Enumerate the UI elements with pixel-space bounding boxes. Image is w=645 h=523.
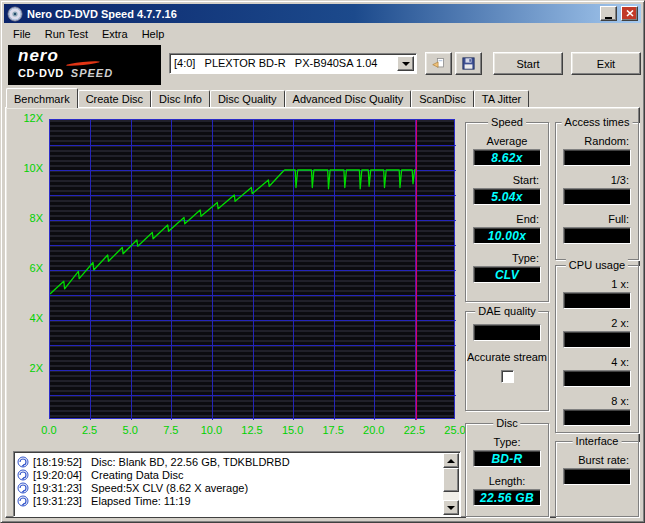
log-entry[interactable]: [18:19:52] Disc: Blank BD, 22.56 GB, TDK… bbox=[17, 455, 441, 468]
x-axis-tick: 2.5 bbox=[77, 424, 103, 436]
interface-panel-title: Interface bbox=[573, 435, 622, 447]
hand-disc-icon bbox=[432, 56, 445, 71]
y-axis-tick: 12X bbox=[13, 112, 43, 124]
chart-svg bbox=[50, 120, 456, 420]
save-icon bbox=[462, 56, 475, 71]
full-access-label: Full: bbox=[556, 213, 638, 227]
disc-length-display: 22.56 GB bbox=[473, 489, 541, 506]
arrow-down-icon bbox=[447, 506, 455, 510]
cpu-8x-label: 8 x: bbox=[556, 395, 638, 409]
logo-cddvd-text: CD·DVD bbox=[18, 67, 64, 79]
log-listbox[interactable]: [18:19:52] Disc: Blank BD, 22.56 GB, TDK… bbox=[13, 451, 461, 517]
y-axis-tick: 6X bbox=[13, 262, 43, 274]
save-button[interactable] bbox=[455, 52, 482, 75]
access-times-title: Access times bbox=[562, 116, 633, 128]
app-icon bbox=[7, 6, 23, 22]
x-axis-tick: 12.5 bbox=[239, 424, 265, 436]
x-axis-tick: 0.0 bbox=[36, 424, 62, 436]
disc-panel-title: Disc bbox=[493, 417, 520, 429]
log-entry[interactable]: [19:31:23] Elapsed Time: 11:19 bbox=[17, 494, 441, 507]
app-window: Nero CD-DVD Speed 4.7.7.16 File Run Test… bbox=[0, 0, 645, 523]
drive-selector[interactable]: [4:0] PLEXTOR BD-R PX-B940SA 1.04 bbox=[169, 53, 417, 74]
tab-strip: Benchmark Create Disc Disc Info Disc Qua… bbox=[6, 88, 529, 108]
chevron-down-icon bbox=[402, 62, 410, 66]
end-speed-display: 10.00x bbox=[473, 227, 541, 244]
cpu-usage-title: CPU usage bbox=[566, 259, 628, 271]
y-axis-tick: 4X bbox=[13, 312, 43, 324]
log-entry-icon bbox=[17, 482, 29, 494]
third-access-display bbox=[563, 188, 631, 205]
burst-rate-label: Burst rate: bbox=[556, 454, 638, 468]
menu-run-test[interactable]: Run Test bbox=[38, 26, 95, 42]
close-button[interactable] bbox=[621, 6, 638, 21]
disc-type-label: Type: bbox=[466, 436, 548, 450]
speed-panel-title: Speed bbox=[488, 116, 526, 128]
drive-selector-dropdown-button[interactable] bbox=[397, 56, 414, 71]
random-access-label: Random: bbox=[556, 135, 638, 149]
tab-advanced-disc-quality[interactable]: Advanced Disc Quality bbox=[285, 90, 412, 107]
log-entry[interactable]: [19:31:23] Speed:5X CLV (8.62 X average) bbox=[17, 481, 441, 494]
menu-file[interactable]: File bbox=[6, 26, 38, 42]
cpu-1x-display bbox=[563, 292, 631, 309]
third-access-label: 1/3: bbox=[556, 174, 638, 188]
start-speed-label: Start: bbox=[466, 174, 548, 188]
tab-disc-quality[interactable]: Disc Quality bbox=[210, 90, 285, 107]
chart-plot bbox=[49, 119, 455, 419]
disc-length-label: Length: bbox=[466, 475, 548, 489]
logo-speed-text: SPEED bbox=[71, 67, 113, 79]
y-axis-tick: 10X bbox=[13, 162, 43, 174]
exit-button[interactable]: Exit bbox=[571, 52, 641, 75]
average-speed-display: 8.62x bbox=[473, 149, 541, 166]
scrollbar-thumb[interactable] bbox=[443, 468, 459, 492]
scroll-down-button[interactable] bbox=[443, 500, 459, 515]
drive-selector-value: [4:0] PLEXTOR BD-R PX-B940SA 1.04 bbox=[170, 54, 395, 73]
log-entry[interactable]: [19:20:04] Creating Data Disc bbox=[17, 468, 441, 481]
log-entry-icon bbox=[17, 469, 29, 481]
close-icon bbox=[626, 10, 634, 17]
scrollbar-track[interactable] bbox=[443, 468, 459, 500]
tab-disc-info[interactable]: Disc Info bbox=[151, 90, 210, 107]
speed-type-label: Type: bbox=[466, 252, 548, 266]
title-bar[interactable]: Nero CD-DVD Speed 4.7.7.16 bbox=[4, 4, 641, 23]
minimize-icon bbox=[605, 17, 612, 19]
scroll-up-button[interactable] bbox=[443, 453, 459, 468]
start-speed-display: 5.04x bbox=[473, 188, 541, 205]
toolbar: nero CD·DVD SPEED [4:0] PLEXTOR BD-R PX-… bbox=[4, 43, 641, 87]
random-access-display bbox=[563, 149, 631, 166]
x-axis-tick: 22.5 bbox=[401, 424, 427, 436]
eject-button[interactable] bbox=[425, 52, 452, 75]
menu-help[interactable]: Help bbox=[135, 26, 172, 42]
tab-create-disc[interactable]: Create Disc bbox=[78, 90, 151, 107]
cpu-2x-display bbox=[563, 331, 631, 348]
start-button[interactable]: Start bbox=[493, 52, 563, 75]
log-entry-icon bbox=[17, 495, 29, 507]
arrow-up-icon bbox=[447, 459, 455, 463]
interface-panel: Interface Burst rate: bbox=[555, 441, 639, 517]
dae-quality-display bbox=[473, 324, 541, 341]
y-axis-tick: 2X bbox=[13, 362, 43, 374]
menu-bar: File Run Test Extra Help bbox=[4, 24, 641, 43]
full-access-display bbox=[563, 227, 631, 244]
accurate-stream-label: Accurate stream bbox=[466, 351, 548, 363]
dae-quality-title: DAE quality bbox=[475, 305, 538, 317]
average-label: Average bbox=[466, 135, 548, 149]
speed-type-display: CLV bbox=[473, 266, 541, 283]
x-axis-tick: 17.5 bbox=[320, 424, 346, 436]
cpu-4x-label: 4 x: bbox=[556, 356, 638, 370]
accurate-stream-checkbox[interactable] bbox=[501, 370, 514, 383]
speed-panel: Speed Average 8.62x Start: 5.04x End: 10… bbox=[465, 122, 549, 302]
tab-benchmark[interactable]: Benchmark bbox=[6, 88, 78, 108]
tab-scandisc[interactable]: ScanDisc bbox=[411, 90, 473, 107]
x-axis-tick: 7.5 bbox=[158, 424, 184, 436]
x-axis-tick: 20.0 bbox=[361, 424, 387, 436]
log-scrollbar[interactable] bbox=[443, 453, 459, 515]
y-axis-tick: 8X bbox=[13, 212, 43, 224]
burst-rate-display bbox=[563, 468, 631, 485]
minimize-button[interactable] bbox=[600, 6, 617, 21]
tab-ta-jitter[interactable]: TA Jitter bbox=[474, 90, 530, 107]
menu-extra[interactable]: Extra bbox=[95, 26, 135, 42]
end-speed-label: End: bbox=[466, 213, 548, 227]
log-entry-icon bbox=[17, 456, 29, 468]
disc-type-display: BD-R bbox=[473, 450, 541, 467]
disc-panel: Disc Type: BD-R Length: 22.56 GB bbox=[465, 423, 549, 517]
